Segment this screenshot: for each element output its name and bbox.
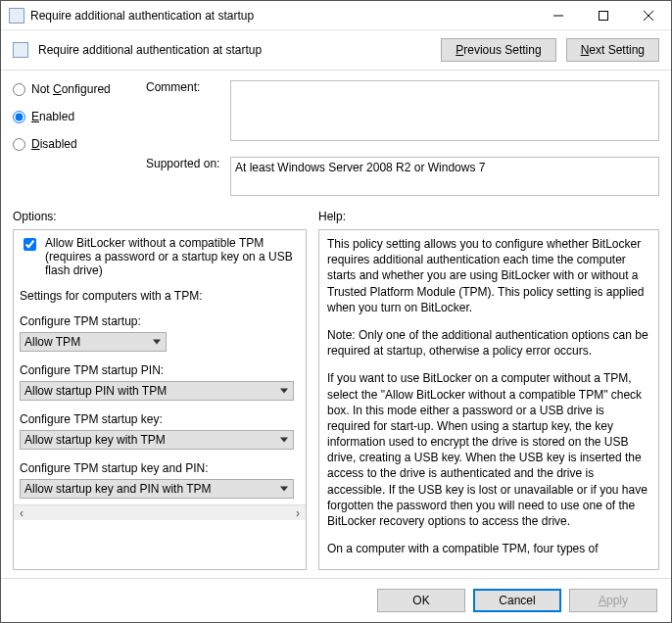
cancel-button[interactable]: Cancel [473, 589, 561, 612]
dialog-window: Require additional authentication at sta… [0, 0, 672, 623]
scroll-right-icon[interactable]: › [290, 506, 306, 520]
previous-setting-button[interactable]: Previous Setting [441, 38, 555, 62]
header: Require additional authentication at sta… [1, 30, 671, 71]
options-label: Options: [13, 206, 307, 229]
apply-button: Apply [569, 589, 657, 612]
radio-disabled[interactable]: Disabled [13, 137, 140, 151]
tpm-key-label: Configure TPM startup key: [20, 412, 300, 426]
radio-enabled-input[interactable] [13, 111, 25, 123]
options-panel: Allow BitLocker without a compatible TPM… [13, 229, 307, 570]
help-label: Help: [318, 206, 659, 229]
supported-on-value: At least Windows Server 2008 R2 or Windo… [230, 157, 659, 196]
titlebar: Require additional authentication at sta… [1, 1, 671, 30]
tpm-key-select[interactable]: Allow startup key with TPM [20, 430, 294, 450]
allow-no-tpm-label: Allow BitLocker without a compatible TPM… [45, 236, 300, 277]
state-radios: Not Configured Enabled Disabled [13, 80, 140, 151]
help-p1: This policy setting allows you to config… [327, 236, 650, 315]
top-section: Not Configured Enabled Disabled Comment:… [1, 71, 671, 202]
scroll-left-icon[interactable]: ‹ [14, 506, 29, 520]
help-p4: On a computer with a compatible TPM, fou… [327, 541, 650, 556]
radio-not-configured[interactable]: Not Configured [13, 82, 140, 96]
radio-not-configured-input[interactable] [13, 83, 25, 96]
policy-icon [13, 42, 28, 58]
help-panel[interactable]: This policy setting allows you to config… [318, 229, 659, 570]
radio-enabled-label: Enabled [31, 110, 74, 123]
radio-disabled-input[interactable] [13, 138, 25, 151]
tpm-settings-heading: Settings for computers with a TPM: [20, 289, 300, 303]
tpm-pin-select[interactable]: Allow startup PIN with TPM [20, 381, 294, 401]
svg-rect-1 [600, 11, 608, 20]
maximize-button[interactable] [581, 1, 626, 30]
comment-label: Comment: [146, 80, 224, 94]
close-button[interactable] [626, 1, 671, 30]
mid-section: Options: Allow BitLocker without a compa… [1, 202, 671, 578]
ok-button[interactable]: OK [377, 589, 465, 612]
help-column: Help: This policy setting allows you to … [318, 206, 659, 570]
help-p2: Note: Only one of the additional authent… [327, 327, 650, 359]
supported-on-label: Supported on: [146, 157, 224, 170]
radio-enabled[interactable]: Enabled [13, 110, 140, 123]
window-title: Require additional authentication at sta… [30, 9, 536, 23]
tpm-keypin-label: Configure TPM startup key and PIN: [20, 461, 300, 475]
allow-no-tpm-checkbox[interactable]: Allow BitLocker without a compatible TPM… [20, 236, 300, 277]
allow-no-tpm-input[interactable] [24, 238, 36, 251]
footer: OK Cancel Apply [1, 578, 671, 622]
header-title: Require additional authentication at sta… [38, 43, 431, 57]
minimize-button[interactable] [536, 1, 581, 30]
comment-textarea[interactable] [230, 80, 659, 141]
options-hscrollbar[interactable]: ‹ › [14, 504, 306, 520]
help-p3: If you want to use BitLocker on a comput… [327, 370, 650, 529]
policy-icon [9, 8, 24, 24]
options-column: Options: Allow BitLocker without a compa… [13, 206, 307, 570]
tpm-startup-label: Configure TPM startup: [20, 314, 300, 328]
tpm-startup-select[interactable]: Allow TPM [20, 332, 167, 352]
radio-not-configured-label: Not Configured [31, 82, 111, 96]
next-setting-button[interactable]: Next Setting [566, 38, 659, 62]
radio-disabled-label: Disabled [31, 137, 77, 151]
tpm-pin-label: Configure TPM startup PIN: [20, 363, 300, 377]
tpm-keypin-select[interactable]: Allow startup key and PIN with TPM [20, 479, 294, 499]
